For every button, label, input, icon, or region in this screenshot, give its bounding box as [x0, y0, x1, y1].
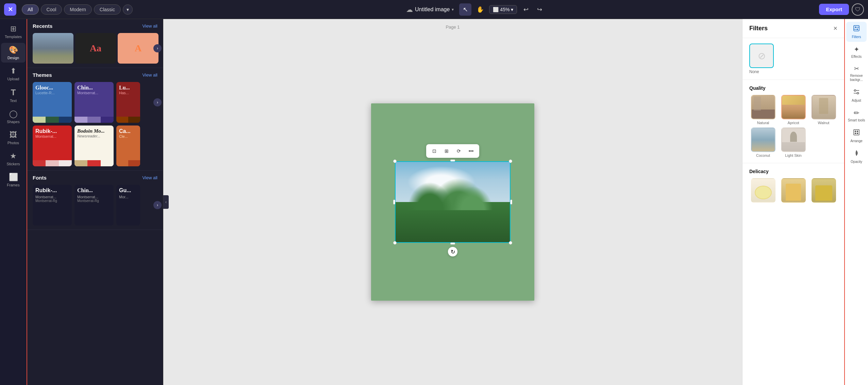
sidebar-item-design[interactable]: 🎨 Design: [1, 43, 26, 63]
undo-btn[interactable]: ↩: [520, 3, 532, 16]
sidebar-item-upload[interactable]: ⬆ Upload: [1, 64, 26, 84]
delicacy-section: Delicacy: [742, 163, 844, 210]
filter-delicacy-2[interactable]: [780, 178, 807, 204]
none-filter: ⊘ None: [742, 38, 844, 80]
filter-natural[interactable]: Natural: [749, 95, 777, 125]
theme-card-1[interactable]: Glooc... Lucette-R...: [33, 82, 72, 123]
font-card-2[interactable]: Chin... Montserrat... Montserrat-Rg: [74, 185, 114, 225]
recent-item-1[interactable]: [33, 33, 73, 64]
filter-delicacy-3-thumb: [812, 178, 836, 203]
shield-button[interactable]: 🛡: [852, 3, 864, 16]
filter-btn-classic[interactable]: Classic: [94, 4, 121, 15]
hand-tool[interactable]: ✋: [474, 3, 486, 16]
filter-lightskin[interactable]: Light Skin: [780, 128, 807, 157]
canvas-icon: ⬜: [493, 7, 499, 12]
themes-view-all[interactable]: View all: [142, 72, 157, 78]
sidebar-item-templates[interactable]: ⊞ Templates: [1, 22, 26, 41]
sidebar-item-stickers[interactable]: ★ Stickers: [1, 149, 26, 169]
filter-coconut[interactable]: Coconut: [749, 128, 777, 157]
handle-bm[interactable]: [450, 242, 455, 245]
handle-tr[interactable]: [509, 160, 512, 163]
themes-next-arrow[interactable]: ›: [153, 98, 162, 106]
sidebar-item-label-frames: Frames: [7, 183, 19, 187]
theme-card-6[interactable]: Ca... Cle...: [116, 125, 140, 166]
grid-tool-btn[interactable]: ⊞: [442, 146, 451, 156]
filter-btn-modern[interactable]: Modern: [64, 4, 91, 15]
handle-bl[interactable]: [393, 241, 397, 245]
filters-close-btn[interactable]: ×: [833, 24, 837, 32]
panel-collapse-btn[interactable]: ‹: [163, 195, 169, 209]
stickers-icon: ★: [10, 152, 17, 161]
handle-tl[interactable]: [393, 160, 397, 163]
fonts-next-arrow[interactable]: ›: [153, 201, 162, 209]
topbar: ✕ All Cool Modern Classic ▾ ☁ Untitled i…: [0, 0, 868, 19]
doc-info[interactable]: ☁ Untitled image ▾: [406, 5, 454, 14]
right-tool-label-effects: Effects: [851, 55, 862, 59]
filter-btn-cool[interactable]: Cool: [41, 4, 62, 15]
fonts-view-all[interactable]: View all: [142, 175, 157, 180]
zoom-control[interactable]: ⬜ 45% ▾: [489, 5, 517, 14]
effects-icon: ✦: [854, 45, 859, 53]
filter-delicacy-1[interactable]: [749, 178, 777, 204]
filter-delicacy-3[interactable]: [810, 178, 837, 204]
theme-card-4[interactable]: Rubik-... Montserrat...: [33, 125, 72, 166]
sidebar-item-photos[interactable]: 🖼 Photos: [1, 128, 26, 148]
right-tool-adjust[interactable]: Adjust: [846, 85, 867, 105]
filter-coconut-thumb: [751, 128, 775, 152]
handle-br[interactable]: [509, 241, 512, 245]
right-tool-filters[interactable]: Filters: [846, 22, 867, 42]
redo-btn[interactable]: ↪: [533, 3, 546, 16]
themes-header: Themes View all: [33, 72, 157, 78]
right-tool-remove-bg[interactable]: ✂ Remove backgr...: [846, 62, 867, 85]
themes-section: Themes View all Glooc... Lucette-R...: [27, 68, 163, 171]
handle-mr[interactable]: [510, 200, 512, 204]
adjust-icon: [853, 88, 860, 97]
filters-icon: [853, 24, 860, 34]
replace-tool-btn[interactable]: ⟳: [454, 146, 464, 156]
recents-view-all[interactable]: View all: [142, 23, 157, 29]
more-tool-btn[interactable]: •••: [466, 146, 476, 156]
selected-image[interactable]: ⊡ ⊞ ⟳ •••: [395, 161, 511, 243]
handle-tm[interactable]: [450, 160, 455, 162]
filter-apricot-label: Apricot: [787, 121, 799, 125]
filter-natural-label: Natural: [757, 121, 769, 125]
sidebar-item-label-photos: Photos: [7, 141, 19, 145]
filter-none-label: None: [749, 69, 759, 74]
smart-tools-icon: ✏: [854, 109, 859, 117]
font-card-1[interactable]: Rubik-... Montserrat... Montserrat-Rg: [33, 185, 72, 225]
filter-delicacy-2-thumb: [781, 178, 806, 203]
sidebar-item-frames[interactable]: ⬜ Frames: [1, 170, 26, 190]
filter-walnut[interactable]: Walnut: [810, 95, 837, 125]
theme-card-3[interactable]: Lu... Has...: [116, 82, 140, 123]
recent-item-2[interactable]: Aa: [75, 33, 116, 64]
right-tool-smart-tools[interactable]: ✏ Smart tools: [846, 106, 867, 125]
sidebar-item-shapes[interactable]: ◯ Shapes: [1, 107, 26, 127]
delicacy-grid: [749, 178, 837, 204]
filter-apricot[interactable]: Apricot: [780, 95, 807, 125]
theme-card-5[interactable]: Bodoin Mo... Newsreader...: [74, 125, 114, 166]
filter-btn-more[interactable]: ▾: [123, 4, 133, 15]
font-card-3[interactable]: Gu... Mor...: [116, 185, 140, 225]
filter-none-thumb[interactable]: ⊘: [749, 44, 774, 68]
right-tool-opacity[interactable]: Opacity: [846, 147, 867, 167]
recents-next-arrow[interactable]: ›: [153, 44, 162, 52]
filter-btn-all[interactable]: All: [22, 4, 39, 15]
svg-point-1: [855, 27, 856, 28]
recent-item-3[interactable]: A: [118, 33, 158, 64]
image-toolbar: ⊡ ⊞ ⟳ •••: [426, 144, 479, 158]
crop-tool-btn[interactable]: ⊡: [430, 146, 439, 156]
theme-card-2[interactable]: Chin... Montserrat...: [74, 82, 114, 123]
right-tool-effects[interactable]: ✦ Effects: [846, 43, 867, 62]
handle-ml[interactable]: [393, 200, 395, 204]
recents-title: Recents: [33, 23, 52, 29]
text-icon: T: [11, 88, 16, 97]
sidebar-item-label-shapes: Shapes: [7, 120, 19, 124]
quality-grid: Natural Apricot: [749, 95, 837, 157]
export-button[interactable]: Export: [819, 4, 849, 15]
sidebar-item-label-upload: Upload: [7, 77, 19, 81]
sidebar-item-text[interactable]: T Text: [1, 85, 26, 105]
rotate-handle[interactable]: ↻: [448, 247, 457, 256]
select-tool[interactable]: ↖: [459, 3, 471, 16]
right-tool-arrange[interactable]: Arrange: [846, 126, 867, 146]
logo[interactable]: ✕: [4, 3, 16, 16]
